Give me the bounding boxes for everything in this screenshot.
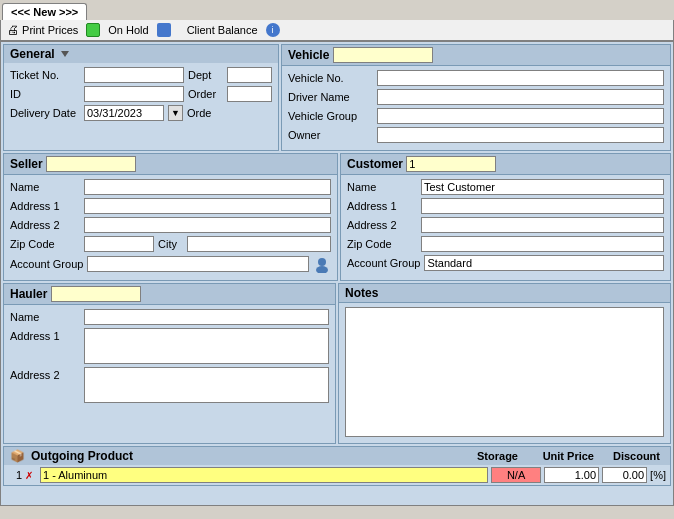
customer-name-row: Name [347,179,664,195]
general-header: General [4,45,278,63]
main-content: General Ticket No. Dept ID Order Deliv [0,41,674,506]
on-hold-btn[interactable]: On Hold [108,24,148,36]
seller-header: Seller [4,154,337,175]
product-pct-label: [%] [650,469,666,481]
product-delete-icon[interactable]: ✗ [25,470,37,481]
discount-col-header: Discount [604,449,664,463]
storage-col-header: Storage [462,449,522,463]
seller-addr2-input[interactable] [84,217,331,233]
seller-ag-input[interactable] [87,256,309,272]
customer-addr2-input[interactable] [421,217,664,233]
svg-point-0 [318,258,326,266]
toolbar: 🖨 Print Prices On Hold Client Balance i [0,20,674,41]
general-body: Ticket No. Dept ID Order Delivery Date ▼… [4,63,278,128]
seller-id-input[interactable] [46,156,136,172]
order2-label: Orde [187,107,222,119]
vehicle-top-input[interactable] [333,47,433,63]
date-picker-btn[interactable]: ▼ [168,105,183,121]
delivery-date-input[interactable] [84,105,164,121]
customer-ag-row: Account Group [347,255,664,271]
hauler-name-input[interactable] [84,309,329,325]
hauler-name-row: Name [10,309,329,325]
ticket-no-row: Ticket No. Dept [10,67,272,83]
info-icon: i [266,23,280,37]
seller-city-input[interactable] [187,236,331,252]
owner-input[interactable] [377,127,664,143]
seller-addr1-row: Address 1 [10,198,331,214]
general-arrow-icon[interactable] [61,51,69,57]
product-icon: 📦 [10,449,25,463]
product-name-input[interactable] [40,467,488,483]
user-icon[interactable] [313,255,331,273]
seller-zip-label: Zip Code [10,238,80,250]
vehicle-no-label: Vehicle No. [288,72,373,84]
hauler-addr1-row: Address 1 [10,328,329,364]
product-storage-input[interactable] [491,467,541,483]
toolbar-icon-green [86,23,100,37]
seller-name-input[interactable] [84,179,331,195]
svg-point-1 [316,266,328,273]
product-section: 📦 Outgoing Product Storage Unit Price Di… [3,446,671,486]
vehicle-title: Vehicle [288,48,329,62]
seller-city-label: City [158,238,183,250]
hauler-addr1-textarea[interactable] [84,328,329,364]
hauler-addr2-textarea[interactable] [84,367,329,403]
driver-name-label: Driver Name [288,91,373,103]
id-label: ID [10,88,80,100]
notes-textarea[interactable] [345,307,664,437]
seller-addr1-input[interactable] [84,198,331,214]
driver-name-input[interactable] [377,89,664,105]
print-prices-btn[interactable]: 🖨 Print Prices [7,23,78,37]
middle-row: Seller Name Address 1 Address 2 Zip Code [3,153,671,281]
customer-id-input[interactable] [406,156,496,172]
hauler-id-input[interactable] [51,286,141,302]
hauler-panel: Hauler Name Address 1 Address 2 [3,283,336,444]
dept-input[interactable] [227,67,272,83]
toolbar-icon-blue [157,23,171,37]
customer-ag-input[interactable] [424,255,664,271]
ticket-no-input[interactable] [84,67,184,83]
delivery-date-row: Delivery Date ▼ Orde [10,105,272,121]
notes-body [339,303,670,438]
customer-zip-input[interactable] [421,236,664,252]
customer-header: Customer [341,154,670,175]
vehicle-group-input[interactable] [377,108,664,124]
delivery-date-label: Delivery Date [10,107,80,119]
hauler-name-label: Name [10,311,80,323]
hauler-addr2-row: Address 2 [10,367,329,403]
product-discount-input[interactable] [602,467,647,483]
product-header: 📦 Outgoing Product Storage Unit Price Di… [4,447,670,465]
order-input[interactable] [227,86,272,102]
seller-panel: Seller Name Address 1 Address 2 Zip Code [3,153,338,281]
seller-body: Name Address 1 Address 2 Zip Code City [4,175,337,280]
owner-label: Owner [288,129,373,141]
product-price-input[interactable] [544,467,599,483]
customer-name-input[interactable] [421,179,664,195]
seller-zip-input[interactable] [84,236,154,252]
order-label: Order [188,88,223,100]
id-input[interactable] [84,86,184,102]
customer-zip-label: Zip Code [347,238,417,250]
ticket-no-label: Ticket No. [10,69,80,81]
hauler-body: Name Address 1 Address 2 [4,305,335,410]
customer-addr1-input[interactable] [421,198,664,214]
seller-addr2-label: Address 2 [10,219,80,231]
client-balance-label: Client Balance [187,24,258,36]
seller-title: Seller [10,157,43,171]
vehicle-no-row: Vehicle No. [288,70,664,86]
tab-bar: <<< New >>> [0,0,674,20]
driver-name-row: Driver Name [288,89,664,105]
client-balance-btn[interactable]: Client Balance [187,24,258,36]
top-row: General Ticket No. Dept ID Order Deliv [3,44,671,151]
vehicle-group-label: Vehicle Group [288,110,373,122]
unit-price-col-header: Unit Price [528,449,598,463]
general-title: General [10,47,55,61]
product-row-num: 1 [8,469,22,481]
new-tab[interactable]: <<< New >>> [2,3,87,20]
hauler-header: Hauler [4,284,335,305]
vehicle-no-input[interactable] [377,70,664,86]
seller-addr1-label: Address 1 [10,200,80,212]
vehicle-panel: Vehicle Vehicle No. Driver Name Vehicle … [281,44,671,151]
customer-body: Name Address 1 Address 2 Zip Code Accoun… [341,175,670,278]
printer-icon: 🖨 [7,23,19,37]
